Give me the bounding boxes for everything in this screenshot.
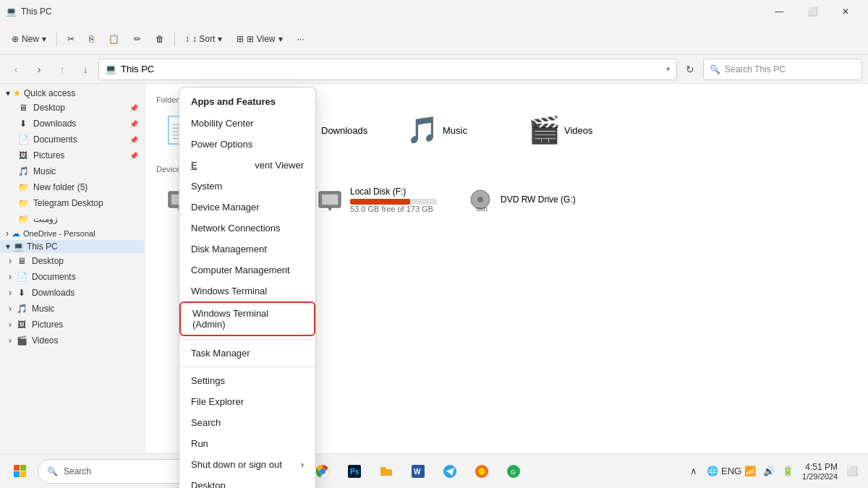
sidebar-thispc-videos[interactable]: › 🎬 Videos — [0, 333, 144, 348]
folder-icon-music: 🎵 — [408, 116, 437, 145]
taskbar-word[interactable]: W — [405, 458, 431, 484]
svg-rect-4 — [322, 194, 338, 205]
close-button[interactable]: ✕ — [829, 0, 862, 23]
new-icon: ⊕ — [12, 34, 19, 44]
svg-rect-11 — [14, 471, 20, 477]
search-field[interactable]: 🔍 Search This PC — [703, 59, 862, 80]
clock-time: 4:51 PM — [802, 462, 838, 472]
rename-button[interactable]: ✏ — [128, 27, 147, 51]
maximize-button[interactable]: ⬜ — [796, 0, 829, 23]
sidebar-item-zombit[interactable]: 📁 زومبت — [0, 211, 144, 227]
ctx-task-manager[interactable]: Task Manager — [179, 343, 315, 364]
tray-network[interactable]: 🌐 — [705, 464, 720, 479]
ctx-desktop[interactable]: Desktop — [179, 475, 315, 488]
sidebar-item-music[interactable]: 🎵 Music — [0, 163, 144, 179]
quick-access-header[interactable]: ▾ ★ Quick access — [0, 87, 144, 100]
folder-item-music[interactable]: 🎵 Music — [399, 110, 515, 150]
start-button[interactable] — [9, 460, 32, 483]
device-info-f: Local Disk (F:) 53.0 GB free of 173 GB — [350, 187, 437, 213]
address-bar[interactable]: 💻 This PC ▾ — [98, 59, 677, 80]
ctx-shutdown[interactable]: Shut down or sign out › — [179, 454, 315, 475]
up-button[interactable]: ↑ — [52, 59, 72, 80]
folder-icon-videos: 🎬 — [529, 116, 558, 145]
minimize-button[interactable]: — — [762, 0, 796, 23]
ctx-file-explorer[interactable]: File Explorer — [179, 391, 315, 412]
sidebar-thispc-music[interactable]: › 🎵 Music — [0, 301, 144, 317]
thispc-header[interactable]: ▾ 💻 This PC — [0, 240, 144, 253]
tray-battery[interactable]: 🔋 — [780, 464, 795, 479]
delete-button[interactable]: 🗑 — [150, 27, 170, 51]
device-icon-g: DVD — [466, 185, 495, 214]
ctx-power-options[interactable]: Power Options — [179, 134, 315, 155]
thispc-dl-icon: ⬇ — [16, 287, 27, 299]
documents-icon: 📄 — [17, 134, 29, 145]
files-icon — [378, 463, 394, 479]
device-item-f[interactable]: Local Disk (F:) 53.0 GB free of 173 GB — [307, 179, 451, 220]
ctx-device-manager[interactable]: Device Manager — [179, 197, 315, 218]
taskbar-firefox[interactable] — [469, 458, 495, 484]
downloads-icon: ⬇ — [17, 118, 29, 129]
taskbar-photoshop[interactable]: Ps — [341, 458, 367, 484]
tray-chevron[interactable]: ∧ — [686, 464, 701, 479]
ctx-run[interactable]: Run — [179, 433, 315, 454]
pictures-label: Pictures — [33, 150, 64, 160]
address-arrow: ▾ — [666, 64, 671, 74]
sidebar-item-new-folder[interactable]: 📁 New folder (5) — [0, 179, 144, 195]
photoshop-icon: Ps — [346, 463, 362, 479]
taskbar-telegram[interactable] — [437, 458, 463, 484]
sidebar-item-telegram[interactable]: 📁 Telegram Desktop — [0, 195, 144, 211]
new-button[interactable]: ⊕ New ▾ — [6, 27, 52, 51]
sort-button[interactable]: ↕ ↕ Sort ▾ — [179, 27, 228, 51]
device-item-g[interactable]: DVD DVD RW Drive (G:) — [457, 179, 602, 220]
sidebar-item-downloads[interactable]: ⬇ Downloads 📌 — [0, 116, 144, 132]
view-label: ⊞ View — [247, 34, 275, 44]
forward-button[interactable]: › — [29, 59, 49, 80]
ctx-network-connections[interactable]: Network Connections — [179, 218, 315, 239]
copy-button[interactable]: ⎘ — [83, 27, 100, 51]
sidebar-thispc-pictures[interactable]: › 🖼 Pictures — [0, 317, 144, 333]
view-button[interactable]: ⊞ ⊞ View ▾ — [231, 27, 288, 51]
sidebar-thispc-downloads[interactable]: › ⬇ Downloads — [0, 285, 144, 301]
ctx-computer-management[interactable]: Computer Management — [179, 260, 315, 281]
ctx-event-viewer[interactable]: Event Viewer — [179, 155, 315, 176]
svg-rect-12 — [20, 471, 26, 477]
ctx-windows-terminal[interactable]: Windows Terminal — [179, 281, 315, 301]
down-button[interactable]: ↓ — [75, 59, 95, 80]
device-name-g: DVD RW Drive (G:) — [501, 194, 576, 205]
sidebar-item-pictures[interactable]: 🖼 Pictures 📌 — [0, 147, 144, 163]
paste-button[interactable]: 📋 — [103, 27, 125, 51]
svg-point-20 — [320, 468, 326, 474]
shutdown-arrow: › — [301, 459, 304, 470]
ctx-settings[interactable]: Settings — [179, 370, 315, 391]
desktop-icon: 🖥 — [17, 102, 29, 114]
ctx-disk-management[interactable]: Disk Management — [179, 239, 315, 260]
onedrive-header[interactable]: › ☁ OneDrive - Personal — [0, 227, 144, 240]
tray-volume[interactable]: 🔊 — [762, 464, 776, 479]
cut-button[interactable]: ✂ — [61, 27, 80, 51]
ctx-search[interactable]: Search — [179, 412, 315, 433]
ctx-apps-features[interactable]: Apps and Features — [179, 90, 315, 113]
sidebar-thispc-desktop[interactable]: › 🖥 Desktop — [0, 253, 144, 269]
taskbar-clock[interactable]: 4:51 PM 1/29/2024 — [799, 462, 841, 481]
sidebar-item-desktop[interactable]: 🖥 Desktop 📌 — [0, 100, 144, 116]
refresh-button[interactable]: ↻ — [680, 59, 700, 80]
thispc-icon: 💻 — [13, 241, 24, 252]
tray-notification[interactable]: ⬜ — [845, 464, 859, 479]
ctx-system[interactable]: System — [179, 176, 315, 197]
tray-lang[interactable]: ENG — [724, 464, 739, 479]
pin-icon-docs: 📌 — [129, 136, 138, 144]
taskbar-files[interactable] — [373, 458, 399, 484]
back-button[interactable]: ‹ — [6, 59, 26, 80]
sidebar-item-documents[interactable]: 📄 Documents 📌 — [0, 132, 144, 147]
more-button[interactable]: ··· — [292, 27, 310, 51]
tray-wifi[interactable]: 📶 — [743, 464, 757, 479]
ctx-windows-terminal-admin[interactable]: Windows Terminal (Admin) — [179, 301, 315, 336]
thispc-dl-collapse: › — [9, 288, 12, 298]
titlebar-controls: — ⬜ ✕ — [762, 0, 862, 23]
ctx-mobility-center[interactable]: Mobility Center — [179, 113, 315, 134]
folder-item-videos[interactable]: 🎬 Videos — [521, 110, 637, 150]
sidebar-thispc-documents[interactable]: › 📄 Documents — [0, 269, 144, 285]
paste-icon: 📋 — [109, 34, 119, 44]
taskbar-app-unknown[interactable]: G — [501, 458, 527, 484]
thispc-dl-label: Downloads — [32, 288, 75, 298]
